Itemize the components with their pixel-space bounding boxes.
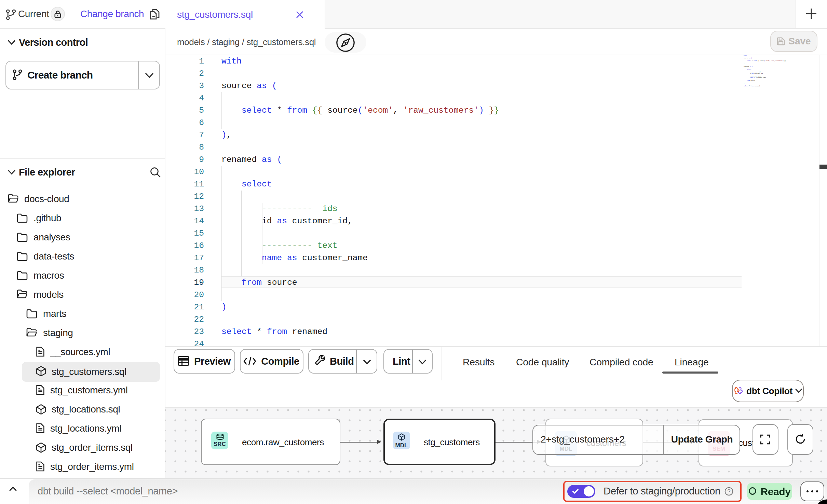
- svg-text:?: ?: [727, 488, 730, 494]
